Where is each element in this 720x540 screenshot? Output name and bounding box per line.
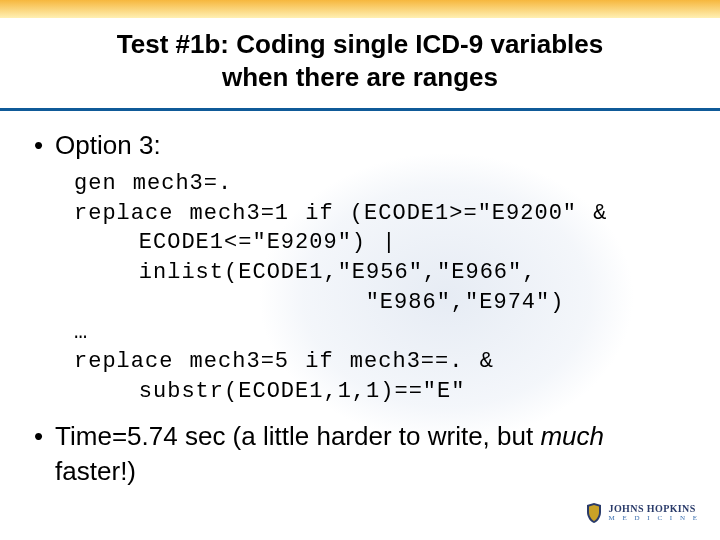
slide-title: Test #1b: Coding single ICD-9 variables …	[0, 28, 720, 93]
shield-icon	[585, 502, 603, 524]
brand-text: JOHNS HOPKINS M E D I C I N E	[609, 504, 700, 522]
bullet-time-text: Time=5.74 sec (a little harder to write,…	[55, 419, 686, 489]
bullet-time-suffix: faster!)	[55, 456, 136, 486]
bullet-dot-icon: •	[34, 419, 43, 454]
code-block: gen mech3=. replace mech3=1 if (ECODE1>=…	[74, 169, 686, 407]
title-line-1: Test #1b: Coding single ICD-9 variables	[117, 29, 603, 59]
top-stripe	[0, 0, 720, 18]
brand-logo: JOHNS HOPKINS M E D I C I N E	[585, 502, 700, 524]
divider	[0, 108, 720, 111]
title-line-2: when there are ranges	[222, 62, 498, 92]
bullet-option-text: Option 3:	[55, 128, 686, 163]
bullet-dot-icon: •	[34, 128, 43, 163]
bullet-time-prefix: Time=5.74 sec (a little harder to write,…	[55, 421, 540, 451]
brand-line-2: M E D I C I N E	[609, 515, 700, 522]
bullet-time-emphasis: much	[540, 421, 604, 451]
slide: Test #1b: Coding single ICD-9 variables …	[0, 0, 720, 540]
bullet-time: • Time=5.74 sec (a little harder to writ…	[34, 419, 686, 489]
brand-line-1: JOHNS HOPKINS	[609, 504, 700, 515]
bullet-option: • Option 3:	[34, 128, 686, 163]
slide-body: • Option 3: gen mech3=. replace mech3=1 …	[34, 128, 686, 495]
